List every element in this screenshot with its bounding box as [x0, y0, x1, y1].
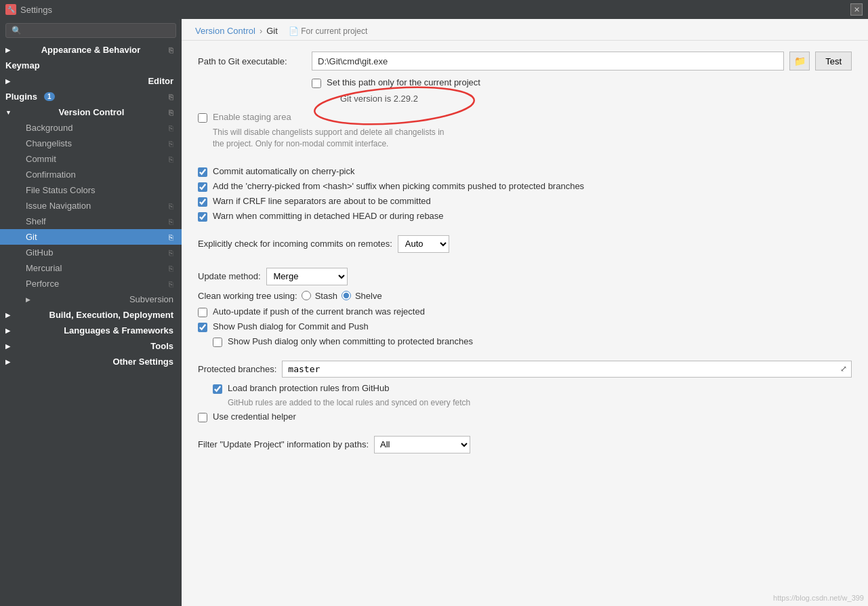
sidebar-item-appearance[interactable]: Appearance & Behavior ⎘	[0, 42, 182, 58]
expand-button[interactable]: ⤢	[837, 361, 851, 376]
checkbox-crlf[interactable]	[198, 197, 207, 207]
checkbox-cherry-suffix[interactable]	[198, 182, 207, 192]
sidebar-item-label: Shelf	[26, 216, 46, 226]
checkbox-load-branch-protection[interactable]	[213, 384, 222, 394]
sidebar-item-file-status-colors[interactable]: File Status Colors	[0, 182, 182, 198]
sidebar-item-label: Changelists	[26, 138, 72, 148]
filter-row: Filter "Update Project" information by p…	[198, 436, 852, 453]
breadcrumb-parent[interactable]: Version Control	[195, 26, 255, 36]
sidebar-item-label: Languages & Frameworks	[64, 325, 173, 336]
sidebar-item-tools[interactable]: Tools	[0, 338, 182, 354]
git-path-label: Path to Git executable:	[198, 56, 306, 66]
sidebar-item-label: Mercurial	[26, 263, 62, 273]
copy-icon: ⎘	[169, 93, 173, 101]
checkbox-credential-helper[interactable]	[198, 413, 207, 422]
checkbox-cherry-suffix-label: Add the 'cherry-picked from <hash>' suff…	[213, 181, 584, 191]
checkbox-push-dialog-row: Show Push dialog for Commit and Push	[198, 321, 852, 332]
git-path-input[interactable]	[312, 52, 784, 70]
main-container: 🔍 Appearance & Behavior ⎘ Keymap Editor …	[0, 19, 868, 606]
project-icon: 📄	[289, 26, 299, 36]
sidebar-item-build[interactable]: Build, Execution, Deployment	[0, 307, 182, 323]
sidebar-item-languages[interactable]: Languages & Frameworks	[0, 323, 182, 338]
sidebar-item-git[interactable]: Git ⎘	[0, 229, 182, 245]
browse-button[interactable]: 📁	[789, 52, 810, 70]
checkbox-staging-area[interactable]	[198, 113, 207, 123]
close-button[interactable]: ✕	[850, 3, 863, 16]
test-button[interactable]: Test	[815, 52, 852, 70]
sidebar-item-commit[interactable]: Commit ⎘	[0, 151, 182, 167]
protected-input-wrap: ⤢	[282, 361, 852, 378]
incoming-select[interactable]: Auto Always Never	[398, 235, 449, 253]
copy-icon: ⎘	[169, 280, 173, 288]
sidebar-item-mercurial[interactable]: Mercurial ⎘	[0, 260, 182, 276]
sidebar-item-label: Perforce	[26, 279, 59, 289]
update-method-select[interactable]: Merge Rebase Branch Default	[266, 268, 348, 285]
sidebar-item-label: Editor	[148, 76, 173, 86]
breadcrumb-current: Git	[266, 26, 278, 36]
sidebar-item-subversion[interactable]: Subversion	[0, 291, 182, 307]
sidebar-item-label: Git	[26, 232, 37, 242]
protected-branches-row: Protected branches: ⤢	[198, 361, 852, 378]
sidebar-item-changelists[interactable]: Changelists ⎘	[0, 136, 182, 151]
checkbox-detached-head[interactable]	[198, 212, 207, 222]
sidebar-item-perforce[interactable]: Perforce ⎘	[0, 276, 182, 291]
filter-select[interactable]: All Only affected paths	[374, 436, 470, 453]
sidebar-item-label: Keymap	[5, 60, 40, 70]
radio-shelve[interactable]	[342, 291, 351, 300]
sidebar-item-keymap[interactable]: Keymap	[0, 58, 182, 73]
breadcrumb-project: 📄 For current project	[289, 26, 367, 36]
update-method-row: Update method: Merge Rebase Branch Defau…	[198, 268, 852, 285]
sidebar-item-confirmation[interactable]: Confirmation	[0, 167, 182, 182]
breadcrumb-arrow: ›	[260, 26, 262, 36]
checkbox-push-dialog[interactable]	[198, 323, 207, 332]
checkbox-path-project-row: Set this path only for the current proje…	[312, 77, 852, 88]
sidebar-item-plugins[interactable]: Plugins 1 ⎘	[0, 89, 182, 104]
copy-icon: ⎘	[169, 249, 173, 257]
search-input[interactable]	[24, 26, 170, 35]
sidebar-item-label: GitHub	[26, 247, 53, 258]
sidebar-item-other[interactable]: Other Settings	[0, 354, 182, 369]
checkbox-staging-label: Enable staging area	[213, 112, 291, 122]
copy-icon: ⎘	[169, 155, 173, 163]
sidebar-item-editor[interactable]: Editor	[0, 73, 182, 89]
update-method-label: Update method:	[198, 271, 261, 281]
clean-working-tree-row: Clean working tree using: Stash Shelve	[198, 291, 852, 301]
copy-icon: ⎘	[169, 218, 173, 226]
project-label: For current project	[301, 26, 367, 36]
checkbox-cherry-pick-row: Commit automatically on cherry-pick	[198, 166, 852, 177]
protected-branches-label: Protected branches:	[198, 364, 276, 374]
content-area: Version Control › Git 📄 For current proj…	[182, 19, 868, 606]
copy-icon: ⎘	[169, 46, 173, 54]
checkbox-detached-label: Warn when committing in detached HEAD or…	[213, 211, 444, 221]
copy-icon: ⎘	[169, 124, 173, 132]
checkbox-load-branch-row: Load branch protection rules from GitHub	[213, 383, 852, 394]
checkbox-auto-update-label: Auto-update if push of the current branc…	[213, 306, 425, 317]
sidebar-item-github[interactable]: GitHub ⎘	[0, 245, 182, 260]
sidebar-item-issue-navigation[interactable]: Issue Navigation ⎘	[0, 198, 182, 214]
checkbox-push-protected[interactable]	[213, 338, 222, 347]
checkbox-cherry-pick[interactable]	[198, 167, 207, 177]
title-bar: 🔧 Settings ✕	[0, 0, 868, 19]
checkbox-auto-update[interactable]	[198, 308, 207, 317]
sidebar-item-label: Other Settings	[112, 357, 173, 367]
sidebar-item-label: Commit	[26, 154, 56, 164]
title-bar-left: 🔧 Settings	[5, 4, 52, 15]
checkbox-path-current-project[interactable]	[312, 79, 321, 88]
app-icon: 🔧	[5, 4, 16, 15]
radio-stash[interactable]	[302, 291, 311, 300]
copy-icon: ⎘	[169, 202, 173, 210]
sidebar-item-label: Tools	[150, 341, 173, 351]
breadcrumb: Version Control › Git 📄 For current proj…	[182, 19, 868, 41]
checkbox-push-protected-row: Show Push dialog only when committing to…	[213, 336, 852, 347]
clean-label: Clean working tree using:	[198, 291, 297, 301]
load-branch-note: GitHub rules are added to the local rule…	[228, 398, 852, 407]
protected-branches-input[interactable]	[283, 361, 836, 377]
search-box[interactable]: 🔍	[5, 23, 176, 38]
plugins-badge: 1	[44, 92, 55, 101]
copy-icon: ⎘	[169, 233, 173, 241]
sidebar-item-shelf[interactable]: Shelf ⎘	[0, 214, 182, 229]
sidebar-item-version-control[interactable]: Version Control ⎘	[0, 104, 182, 120]
sidebar-item-background[interactable]: Background ⎘	[0, 120, 182, 136]
checkbox-cherry-pick-label: Commit automatically on cherry-pick	[213, 166, 355, 176]
checkbox-credential-label: Use credential helper	[213, 411, 296, 422]
